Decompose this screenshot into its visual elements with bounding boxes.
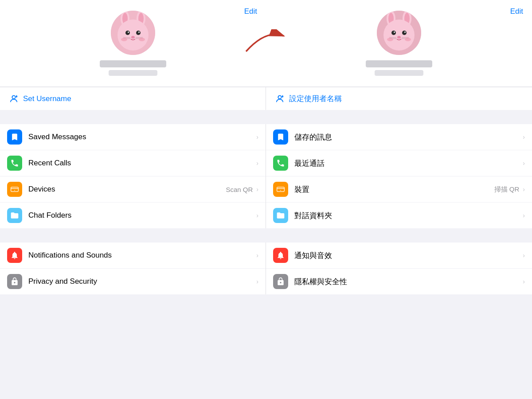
left-privacy[interactable]: Privacy and Security › [0,269,266,294]
svg-point-33 [387,38,393,41]
right-profile: Edit [266,0,532,83]
svg-point-9 [138,31,140,33]
right-saved-messages-label: 儲存的訊息 [294,132,521,142]
right-set-username-label: 設定使用者名稱 [289,94,342,104]
right-menu-2: 通知與音效 › 隱私權與安全性 › [266,243,532,294]
right-privacy-icon [273,274,288,289]
right-chat-folders-label: 對話資料夾 [294,211,521,221]
username-icon-right [275,94,285,104]
svg-point-34 [405,38,411,41]
devices-icon [7,182,22,197]
left-saved-messages[interactable]: Saved Messages › [0,124,266,150]
svg-point-36 [16,95,18,97]
svg-point-24 [391,31,396,35]
left-recent-calls-label: Recent Calls [28,159,254,168]
svg-point-10 [131,36,135,39]
svg-point-26 [394,31,395,33]
right-recent-calls-icon [273,156,288,171]
right-recent-calls[interactable]: 最近通話 › [266,150,532,176]
right-chat-folders-icon [273,208,288,223]
left-edit-button[interactable]: Edit [244,7,257,16]
right-menu-1: 儲存的訊息 › 最近通話 › 裝置 掃描 QR › 對話資料夾 › [266,124,532,228]
left-recent-calls[interactable]: Recent Calls › [0,150,266,176]
right-privacy-label: 隱私權與安全性 [294,277,521,287]
left-recent-calls-chevron: › [256,160,258,167]
right-notifications-icon [273,248,288,263]
right-privacy-chevron: › [523,278,525,285]
left-menu-1: Saved Messages › Recent Calls › Devices … [0,124,266,228]
right-username-redacted [375,70,423,76]
left-chat-folders-chevron: › [256,212,258,219]
left-privacy-chevron: › [256,278,258,285]
privacy-icon [7,274,22,289]
svg-point-5 [117,20,149,51]
right-devices[interactable]: 裝置 掃描 QR › [266,176,532,203]
left-devices-label: Devices [28,185,226,194]
username-icon-left [9,94,19,104]
right-devices-chevron: › [523,186,525,193]
right-chat-folders[interactable]: 對話資料夾 › [266,203,532,228]
saved-messages-icon [7,129,22,145]
right-saved-messages-icon [273,129,288,145]
menu-section-2: Notifications and Sounds › Privacy and S… [0,243,532,294]
svg-point-40 [282,95,284,97]
left-devices-chevron: › [256,186,258,193]
right-edit-button[interactable]: Edit [510,7,523,16]
right-name-redacted [366,60,432,67]
left-devices-secondary: Scan QR [226,186,253,193]
left-username-redacted [109,70,157,76]
left-chat-folders-label: Chat Folders [28,211,254,220]
right-saved-messages-chevron: › [523,133,525,141]
svg-point-8 [128,31,129,33]
right-notifications[interactable]: 通知與音效 › [266,243,532,269]
svg-point-28 [397,36,401,39]
svg-point-16 [139,38,145,41]
right-chat-folders-chevron: › [523,212,525,219]
svg-rect-43 [11,187,19,192]
right-devices-secondary: 掃描 QR [494,185,520,194]
right-recent-calls-chevron: › [523,160,525,167]
svg-point-15 [121,38,127,41]
separator-2 [0,228,532,243]
chat-folders-icon [7,208,22,223]
right-notifications-label: 通知與音效 [294,250,521,261]
svg-point-35 [12,95,15,98]
notifications-icon [7,248,22,263]
svg-point-27 [404,31,406,33]
svg-rect-46 [277,187,285,192]
set-username-section: Set Username 設定使用者名稱 [0,86,532,110]
svg-point-45 [14,190,15,191]
svg-point-48 [280,190,281,191]
left-notifications[interactable]: Notifications and Sounds › [0,243,266,269]
right-privacy[interactable]: 隱私權與安全性 › [266,269,532,294]
left-notifications-chevron: › [256,252,258,259]
right-notifications-chevron: › [523,252,525,259]
svg-point-7 [136,31,141,35]
left-privacy-label: Privacy and Security [28,277,254,286]
left-saved-messages-chevron: › [256,133,258,141]
separator-1 [0,110,532,124]
left-set-username-label: Set Username [23,94,71,103]
left-menu-2: Notifications and Sounds › Privacy and S… [0,243,266,294]
left-saved-messages-label: Saved Messages [28,133,254,141]
left-devices[interactable]: Devices Scan QR › [0,176,266,203]
left-set-username[interactable]: Set Username [0,87,266,110]
svg-point-39 [278,95,281,98]
profile-section: Edit [0,0,532,86]
left-name-redacted [100,60,166,67]
right-set-username[interactable]: 設定使用者名稱 [266,87,532,110]
right-saved-messages[interactable]: 儲存的訊息 › [266,124,532,150]
right-devices-icon [273,182,288,197]
right-recent-calls-label: 最近通話 [294,158,521,168]
right-devices-label: 裝置 [294,184,494,195]
recent-calls-icon [7,156,22,171]
left-profile: Edit [0,0,266,83]
right-avatar[interactable] [377,11,421,55]
menu-section-1: Saved Messages › Recent Calls › Devices … [0,124,532,228]
left-notifications-label: Notifications and Sounds [28,251,254,260]
svg-point-6 [125,31,130,35]
svg-point-25 [402,31,407,35]
svg-point-23 [383,20,415,51]
left-chat-folders[interactable]: Chat Folders › [0,203,266,228]
left-avatar[interactable] [111,11,155,55]
